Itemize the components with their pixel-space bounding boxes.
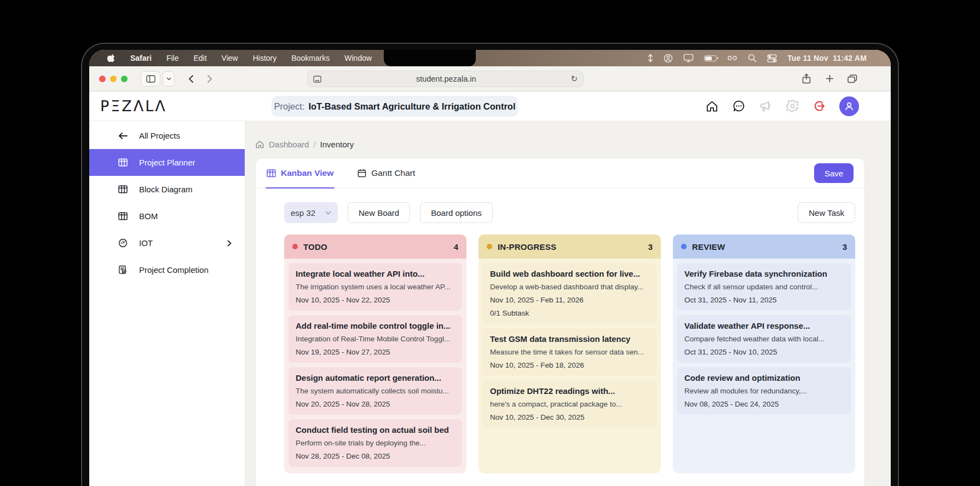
status-dot (681, 244, 687, 249)
url-text: student.pezala.in (321, 75, 570, 83)
sidebar-item-project-planner[interactable]: Project Planner (89, 149, 245, 176)
safari-toolbar: student.pezala.in ↻ (89, 66, 891, 92)
share-icon[interactable] (798, 71, 815, 87)
sidebar-item-bom[interactable]: BOM (89, 203, 245, 230)
menu-app-name[interactable]: Safari (130, 54, 152, 62)
address-bar[interactable]: student.pezala.in ↻ (307, 71, 584, 87)
board-options-button[interactable]: Board options (420, 202, 493, 223)
sidebar-item-label: Project Planner (139, 158, 195, 167)
board-select[interactable]: esp 32 (284, 202, 338, 223)
close-window-button[interactable] (99, 76, 106, 82)
task-card[interactable]: Conduct field testing on actual soil bed… (289, 419, 462, 467)
apple-icon[interactable] (107, 54, 116, 63)
task-card[interactable]: Validate weather API response...Compare … (677, 315, 851, 363)
column-cards: Verify Firebase data synchronizationChec… (673, 259, 855, 473)
task-card[interactable]: Verify Firebase data synchronizationChec… (677, 263, 851, 311)
task-card[interactable]: Build web dashboard section for live...D… (483, 263, 656, 324)
pezala-logo: PΞZΛLΛ (89, 98, 167, 115)
task-card[interactable]: Design automatic report generation...The… (289, 367, 462, 415)
task-dates: Nov 10, 2025 - Dec 30, 2025 (490, 413, 649, 422)
screen: Safari FileEditViewHistoryBookmarksWindo… (89, 50, 891, 486)
camera-notch (384, 50, 476, 66)
chevron-right-icon (227, 240, 232, 247)
settings-icon[interactable] (786, 100, 799, 113)
sidebar-toggle-icon[interactable] (141, 71, 160, 87)
column-header: REVIEW3 (673, 235, 855, 259)
link-icon[interactable] (727, 55, 737, 61)
minimize-window-button[interactable] (110, 76, 117, 82)
chevron-down-icon (325, 211, 331, 215)
home-breadcrumb-icon (255, 140, 264, 149)
column-title: IN-PROGRESS (498, 242, 556, 251)
task-description: Review all modules for redundancy,... (684, 386, 844, 396)
status-dot (487, 244, 492, 249)
battery-icon[interactable] (704, 55, 717, 61)
column-title: TODO (303, 242, 327, 251)
task-card[interactable]: Integrate local weather API into...The i… (289, 263, 462, 311)
updown-arrow-icon[interactable] (648, 54, 653, 62)
task-description: here's a compact, practical package to..… (490, 399, 649, 409)
board-controls: esp 32 New Board Board options New Task (284, 202, 855, 223)
forward-button[interactable] (202, 71, 217, 87)
tab-kanban-view[interactable]: Kanban View (267, 158, 333, 188)
chevron-down-icon[interactable] (163, 71, 175, 87)
reload-icon[interactable]: ↻ (570, 74, 578, 84)
desktop-background: Safari FileEditViewHistoryBookmarksWindo… (0, 0, 980, 486)
task-dates: Nov 08, 2025 - Dec 24, 2025 (684, 399, 844, 409)
menu-item-bookmarks[interactable]: Bookmarks (291, 54, 330, 62)
new-board-button[interactable]: New Board (348, 202, 410, 223)
task-card[interactable]: Test GSM data transmission latencyMeasur… (483, 328, 656, 376)
chat-icon[interactable] (732, 100, 745, 113)
save-button[interactable]: Save (814, 163, 854, 183)
logout-icon[interactable] (812, 100, 826, 113)
tab-gantt-chart[interactable]: Gantt Chart (358, 158, 415, 188)
menu-item-view[interactable]: View (222, 54, 238, 62)
sidebar-item-iot[interactable]: IOT (89, 230, 245, 256)
search-icon[interactable] (748, 54, 757, 62)
sidebar-item-label: Project Completion (139, 265, 209, 275)
column-count: 3 (648, 242, 653, 251)
menu-item-window[interactable]: Window (344, 54, 372, 62)
fullscreen-window-button[interactable] (121, 76, 128, 82)
task-title: Test GSM data transmission latency (490, 334, 649, 345)
menu-item-edit[interactable]: Edit (193, 54, 206, 62)
task-title: Integrate local weather API into... (296, 268, 455, 279)
breadcrumb: Dashboard / Inventory (255, 140, 865, 149)
control-center-icon[interactable] (767, 54, 777, 62)
display-icon[interactable] (683, 54, 694, 62)
task-title: Optimize DHT22 readings with... (490, 386, 649, 397)
task-dates: Nov 10, 2025 - Feb 11, 2026 (490, 295, 649, 305)
sidebar-back-label: All Projects (139, 131, 180, 140)
user-circle-icon[interactable] (664, 54, 673, 63)
project-title-pill: Project: IoT-Based Smart Agriculture & I… (272, 96, 518, 117)
new-tab-icon[interactable] (821, 71, 838, 87)
back-button[interactable] (183, 71, 199, 87)
sidebar-item-project-completion[interactable]: Project Completion (89, 256, 245, 283)
task-description: Perform on-site trials by deploying the.… (296, 438, 455, 448)
tab-overview-icon[interactable] (844, 71, 861, 87)
user-avatar[interactable] (839, 96, 859, 116)
menu-item-file[interactable]: File (166, 54, 179, 62)
kanban-board: TODO4Integrate local weather API into...… (284, 235, 855, 473)
column-header: TODO4 (284, 235, 466, 259)
project-name: IoT-Based Smart Agriculture & Irrigation… (308, 101, 515, 112)
menu-item-history[interactable]: History (253, 54, 277, 62)
menu-clock[interactable]: Tue 11 Nov 11:42 AM (787, 54, 867, 62)
gauge-icon (118, 238, 128, 248)
new-task-button[interactable]: New Task (798, 202, 855, 223)
kanban-column-todo: TODO4Integrate local weather API into...… (284, 235, 466, 473)
task-description: Compare fetched weather data with local.… (684, 334, 844, 344)
task-card[interactable]: Optimize DHT22 readings with...here's a … (483, 380, 656, 428)
sidebar-back-all-projects[interactable]: All Projects (89, 122, 245, 149)
task-card[interactable]: Add real-time mobile control toggle in..… (289, 315, 462, 363)
megaphone-icon[interactable] (759, 100, 772, 113)
column-cards: Build web dashboard section for live...D… (479, 259, 661, 473)
home-icon[interactable] (705, 100, 718, 113)
task-card[interactable]: Code review and optimizationReview all m… (677, 367, 851, 415)
sidebar-item-block-diagram[interactable]: Block Diagram (89, 176, 245, 203)
task-title: Code review and optimization (684, 373, 844, 384)
breadcrumb-dashboard[interactable]: Dashboard (269, 140, 309, 149)
task-dates: Nov 10, 2025 - Feb 18, 2026 (490, 361, 649, 370)
task-description: Integration of Real-Time Mobile Control … (296, 334, 455, 344)
task-title: Verify Firebase data synchronization (684, 268, 844, 279)
